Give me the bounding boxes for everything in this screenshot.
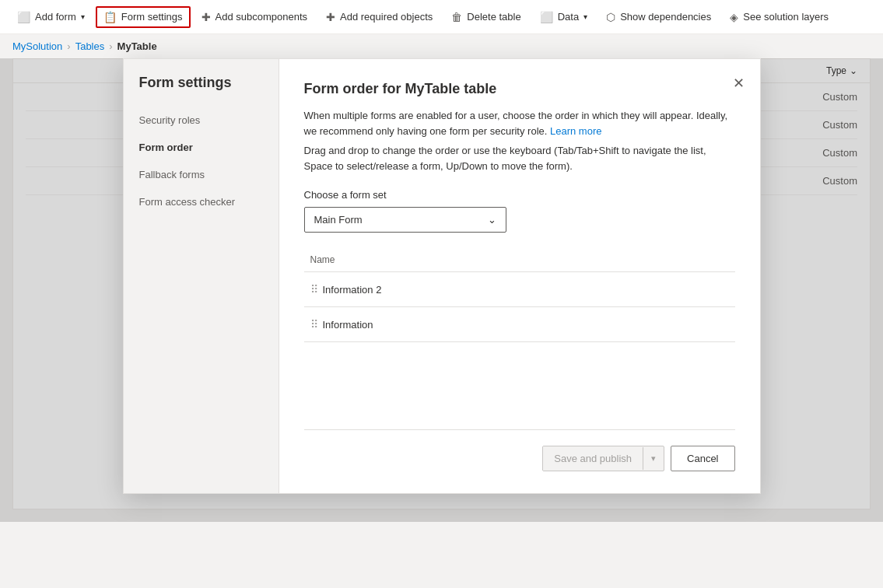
form-set-value: Main Form: [314, 214, 363, 226]
add-subcomponents-icon: ✚: [201, 11, 211, 23]
breadcrumb: MySolution › Tables › MyTable: [0, 34, 883, 58]
data-chevron-icon: ▾: [583, 12, 587, 21]
toolbar: ⬜ Add form ▾ 📋 Form settings ✚ Add subco…: [0, 0, 883, 34]
modal-description-1: When multiple forms are enabled for a us…: [304, 108, 735, 138]
form-row-2-name: ⠿ Information: [310, 318, 729, 331]
sidebar-item-fallback-forms[interactable]: Fallback forms: [124, 161, 279, 188]
form-settings-icon: 📋: [103, 11, 117, 23]
form-settings-button[interactable]: 📋 Form settings: [96, 6, 191, 28]
data-icon: ⬜: [540, 11, 553, 23]
modal-content: ✕ Form order for MyTable table When mult…: [279, 58, 761, 494]
form-row-1-name: ⠿ Information 2: [310, 283, 729, 296]
add-required-objects-button[interactable]: ✚ Add required objects: [318, 6, 440, 28]
delete-icon: 🗑: [451, 11, 462, 23]
form-row-1[interactable]: ⠿ Information 2: [304, 272, 735, 307]
breadcrumb-current: MyTable: [117, 40, 157, 52]
form-set-label: Choose a form set: [304, 189, 735, 201]
breadcrumb-sep-2: ›: [109, 40, 112, 52]
save-publish-chevron-icon: ▾: [643, 447, 664, 470]
breadcrumb-sep-1: ›: [67, 40, 70, 52]
sidebar-title: Form settings: [124, 75, 279, 107]
modal-overlay: Form settings Security roles Form order …: [0, 58, 883, 522]
form-settings-sidebar: Form settings Security roles Form order …: [123, 58, 279, 494]
modal-title: Form order for MyTable table: [304, 81, 735, 97]
add-form-icon: ⬜: [17, 11, 30, 23]
see-solution-layers-button[interactable]: ◈ See solution layers: [722, 6, 836, 28]
form-order-table: Name ⠿ Information 2: [304, 248, 735, 342]
add-form-chevron-icon: ▾: [81, 12, 85, 21]
form-set-chevron-icon: ⌄: [488, 214, 496, 226]
modal-footer: Save and publish ▾ Cancel: [304, 429, 735, 471]
modal-description-2: Drag and drop to change the order or use…: [304, 143, 735, 173]
drag-handle-icon: ⠿: [310, 318, 318, 331]
main-area: Type ⌄ Custom Custom Custom Custom Form …: [0, 58, 883, 522]
save-publish-button: Save and publish: [543, 446, 643, 471]
sidebar-item-form-order[interactable]: Form order: [124, 134, 279, 161]
save-publish-button-group: Save and publish ▾: [542, 446, 664, 471]
sidebar-item-security-roles[interactable]: Security roles: [124, 107, 279, 134]
add-form-button[interactable]: ⬜ Add form ▾: [9, 6, 93, 28]
delete-table-button[interactable]: 🗑 Delete table: [443, 6, 528, 28]
breadcrumb-solution[interactable]: MySolution: [12, 40, 62, 52]
cancel-button[interactable]: Cancel: [671, 446, 734, 471]
learn-more-link[interactable]: Learn more: [550, 125, 601, 137]
form-row-2[interactable]: ⠿ Information: [304, 307, 735, 342]
modal-close-button[interactable]: ✕: [730, 72, 748, 95]
modal-container: Form settings Security roles Form order …: [123, 58, 761, 494]
name-column-header: Name: [304, 248, 735, 272]
sidebar-item-form-access-checker[interactable]: Form access checker: [124, 188, 279, 215]
add-required-icon: ✚: [326, 11, 335, 23]
layers-icon: ◈: [730, 11, 738, 23]
dependencies-icon: ⬡: [606, 11, 615, 23]
data-button[interactable]: ⬜ Data ▾: [532, 6, 595, 28]
show-dependencies-button[interactable]: ⬡ Show dependencies: [598, 6, 719, 28]
form-set-select[interactable]: Main Form ⌄: [304, 207, 506, 233]
add-subcomponents-button[interactable]: ✚ Add subcomponents: [194, 6, 316, 28]
breadcrumb-tables[interactable]: Tables: [75, 40, 105, 52]
drag-handle-icon: ⠿: [310, 283, 318, 296]
